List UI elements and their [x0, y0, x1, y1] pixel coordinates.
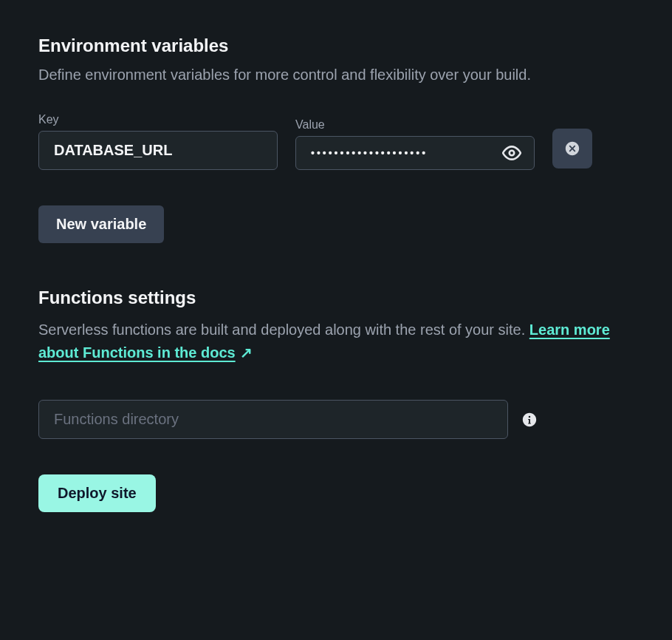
env-key-input[interactable] [38, 131, 278, 170]
close-circle-icon [564, 140, 580, 157]
functions-settings-section: Functions settings Serverless functions … [38, 287, 634, 512]
remove-variable-button[interactable] [552, 129, 592, 168]
env-variable-row: Key Value [38, 113, 634, 170]
value-input-wrapper [295, 136, 535, 170]
key-label: Key [38, 113, 278, 126]
functions-section-description: Serverless functions are built and deplo… [38, 319, 634, 364]
functions-directory-input[interactable] [38, 400, 508, 439]
functions-section-title: Functions settings [38, 287, 634, 308]
functions-input-row [38, 400, 634, 439]
reveal-value-button[interactable] [499, 140, 524, 166]
new-variable-button[interactable]: New variable [38, 205, 164, 243]
functions-desc-text: Serverless functions are built and deplo… [38, 321, 529, 338]
external-link-icon: ↗ [240, 341, 253, 364]
value-field-group: Value [295, 118, 535, 170]
env-section-title: Environment variables [38, 35, 634, 56]
svg-point-0 [510, 151, 515, 156]
environment-variables-section: Environment variables Define environment… [38, 35, 634, 243]
info-icon [521, 412, 538, 428]
deploy-site-button[interactable]: Deploy site [38, 474, 156, 512]
value-label: Value [295, 118, 535, 132]
env-section-description: Define environment variables for more co… [38, 67, 634, 84]
functions-info-button[interactable] [521, 412, 538, 428]
key-field-group: Key [38, 113, 278, 170]
eye-icon [502, 143, 521, 163]
